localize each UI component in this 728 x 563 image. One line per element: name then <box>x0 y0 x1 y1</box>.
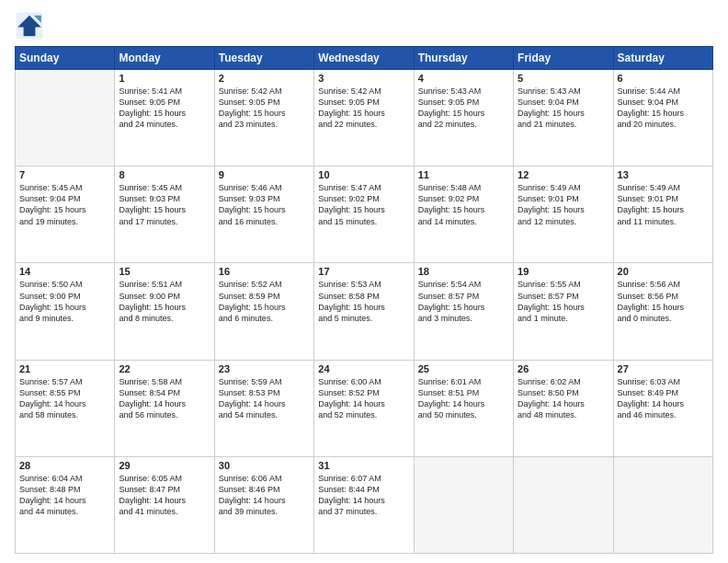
calendar-cell: 7Sunrise: 5:45 AM Sunset: 9:04 PM Daylig… <box>16 167 115 263</box>
calendar-week-row: 1Sunrise: 5:41 AM Sunset: 9:05 PM Daylig… <box>16 70 713 167</box>
day-number: 14 <box>19 266 110 277</box>
calendar-cell <box>514 456 613 553</box>
calendar-cell: 11Sunrise: 5:48 AM Sunset: 9:02 PM Dayli… <box>414 167 513 263</box>
calendar-cell: 8Sunrise: 5:45 AM Sunset: 9:03 PM Daylig… <box>115 167 214 263</box>
day-number: 18 <box>418 266 509 277</box>
calendar-cell: 1Sunrise: 5:41 AM Sunset: 9:05 PM Daylig… <box>115 70 214 167</box>
day-number: 5 <box>518 73 609 84</box>
calendar-table: SundayMondayTuesdayWednesdayThursdayFrid… <box>15 46 713 554</box>
calendar-cell: 24Sunrise: 6:00 AM Sunset: 8:52 PM Dayli… <box>314 360 414 456</box>
calendar-cell: 4Sunrise: 5:43 AM Sunset: 9:05 PM Daylig… <box>414 70 513 167</box>
weekday-header: Sunday <box>16 47 115 70</box>
calendar-cell: 31Sunrise: 6:07 AM Sunset: 8:44 PM Dayli… <box>314 456 414 553</box>
calendar-cell: 17Sunrise: 5:53 AM Sunset: 8:58 PM Dayli… <box>314 263 414 360</box>
day-number: 2 <box>219 73 310 84</box>
calendar-week-row: 7Sunrise: 5:45 AM Sunset: 9:04 PM Daylig… <box>16 167 713 263</box>
cell-info: Sunrise: 6:01 AM Sunset: 8:51 PM Dayligh… <box>418 376 509 421</box>
calendar-cell: 29Sunrise: 6:05 AM Sunset: 8:47 PM Dayli… <box>115 456 214 553</box>
calendar-cell: 15Sunrise: 5:51 AM Sunset: 9:00 PM Dayli… <box>115 263 214 360</box>
day-number: 29 <box>119 460 210 471</box>
weekday-header: Saturday <box>613 47 712 70</box>
header <box>15 11 713 40</box>
calendar-cell: 6Sunrise: 5:44 AM Sunset: 9:04 PM Daylig… <box>613 70 712 167</box>
day-number: 28 <box>19 460 110 471</box>
calendar-header-row: SundayMondayTuesdayWednesdayThursdayFrid… <box>16 47 713 70</box>
calendar-cell: 21Sunrise: 5:57 AM Sunset: 8:55 PM Dayli… <box>16 360 115 456</box>
cell-info: Sunrise: 5:41 AM Sunset: 9:05 PM Dayligh… <box>119 86 210 131</box>
day-number: 27 <box>618 363 709 374</box>
calendar-cell: 25Sunrise: 6:01 AM Sunset: 8:51 PM Dayli… <box>414 360 513 456</box>
cell-info: Sunrise: 5:46 AM Sunset: 9:03 PM Dayligh… <box>219 182 310 227</box>
day-number: 9 <box>219 169 310 180</box>
calendar-cell: 13Sunrise: 5:49 AM Sunset: 9:01 PM Dayli… <box>613 167 712 263</box>
day-number: 16 <box>219 266 310 277</box>
cell-info: Sunrise: 5:42 AM Sunset: 9:05 PM Dayligh… <box>318 86 409 131</box>
calendar-week-row: 21Sunrise: 5:57 AM Sunset: 8:55 PM Dayli… <box>16 360 713 456</box>
day-number: 20 <box>618 266 709 277</box>
cell-info: Sunrise: 6:04 AM Sunset: 8:48 PM Dayligh… <box>19 473 110 518</box>
cell-info: Sunrise: 5:43 AM Sunset: 9:05 PM Dayligh… <box>418 86 509 131</box>
calendar-cell: 26Sunrise: 6:02 AM Sunset: 8:50 PM Dayli… <box>514 360 613 456</box>
calendar-week-row: 14Sunrise: 5:50 AM Sunset: 9:00 PM Dayli… <box>16 263 713 360</box>
day-number: 13 <box>618 169 709 180</box>
calendar-cell: 14Sunrise: 5:50 AM Sunset: 9:00 PM Dayli… <box>16 263 115 360</box>
day-number: 17 <box>318 266 409 277</box>
cell-info: Sunrise: 6:06 AM Sunset: 8:46 PM Dayligh… <box>219 473 310 518</box>
day-number: 3 <box>318 73 409 84</box>
calendar-week-row: 28Sunrise: 6:04 AM Sunset: 8:48 PM Dayli… <box>16 456 713 553</box>
cell-info: Sunrise: 5:55 AM Sunset: 8:57 PM Dayligh… <box>518 279 609 324</box>
calendar-cell: 22Sunrise: 5:58 AM Sunset: 8:54 PM Dayli… <box>115 360 214 456</box>
weekday-header: Friday <box>514 47 613 70</box>
cell-info: Sunrise: 5:43 AM Sunset: 9:04 PM Dayligh… <box>518 86 609 131</box>
weekday-header: Thursday <box>414 47 513 70</box>
cell-info: Sunrise: 5:52 AM Sunset: 8:59 PM Dayligh… <box>219 279 310 324</box>
cell-info: Sunrise: 6:07 AM Sunset: 8:44 PM Dayligh… <box>318 473 409 518</box>
day-number: 7 <box>19 169 110 180</box>
calendar-cell: 30Sunrise: 6:06 AM Sunset: 8:46 PM Dayli… <box>214 456 313 553</box>
cell-info: Sunrise: 6:03 AM Sunset: 8:49 PM Dayligh… <box>618 376 709 421</box>
cell-info: Sunrise: 5:45 AM Sunset: 9:03 PM Dayligh… <box>119 182 210 227</box>
calendar-cell: 19Sunrise: 5:55 AM Sunset: 8:57 PM Dayli… <box>514 263 613 360</box>
day-number: 24 <box>318 363 409 374</box>
calendar-cell: 27Sunrise: 6:03 AM Sunset: 8:49 PM Dayli… <box>613 360 712 456</box>
calendar-cell <box>414 456 513 553</box>
cell-info: Sunrise: 6:05 AM Sunset: 8:47 PM Dayligh… <box>119 473 210 518</box>
calendar-cell: 20Sunrise: 5:56 AM Sunset: 8:56 PM Dayli… <box>613 263 712 360</box>
day-number: 6 <box>618 73 709 84</box>
cell-info: Sunrise: 5:50 AM Sunset: 9:00 PM Dayligh… <box>19 279 110 324</box>
cell-info: Sunrise: 5:48 AM Sunset: 9:02 PM Dayligh… <box>418 182 509 227</box>
logo-icon <box>15 11 44 40</box>
calendar-cell: 28Sunrise: 6:04 AM Sunset: 8:48 PM Dayli… <box>16 456 115 553</box>
day-number: 26 <box>518 363 609 374</box>
day-number: 8 <box>119 169 210 180</box>
day-number: 12 <box>518 169 609 180</box>
day-number: 19 <box>518 266 609 277</box>
calendar-cell <box>16 70 115 167</box>
weekday-header: Monday <box>115 47 214 70</box>
day-number: 31 <box>318 460 409 471</box>
calendar-cell: 10Sunrise: 5:47 AM Sunset: 9:02 PM Dayli… <box>314 167 414 263</box>
cell-info: Sunrise: 5:56 AM Sunset: 8:56 PM Dayligh… <box>618 279 709 324</box>
calendar-cell <box>613 456 712 553</box>
calendar-cell: 9Sunrise: 5:46 AM Sunset: 9:03 PM Daylig… <box>214 167 313 263</box>
cell-info: Sunrise: 5:42 AM Sunset: 9:05 PM Dayligh… <box>219 86 310 131</box>
day-number: 11 <box>418 169 509 180</box>
page: SundayMondayTuesdayWednesdayThursdayFrid… <box>0 0 728 563</box>
cell-info: Sunrise: 6:02 AM Sunset: 8:50 PM Dayligh… <box>518 376 609 421</box>
day-number: 15 <box>119 266 210 277</box>
cell-info: Sunrise: 5:58 AM Sunset: 8:54 PM Dayligh… <box>119 376 210 421</box>
cell-info: Sunrise: 5:49 AM Sunset: 9:01 PM Dayligh… <box>618 182 709 227</box>
cell-info: Sunrise: 5:47 AM Sunset: 9:02 PM Dayligh… <box>318 182 409 227</box>
calendar-cell: 12Sunrise: 5:49 AM Sunset: 9:01 PM Dayli… <box>514 167 613 263</box>
cell-info: Sunrise: 5:59 AM Sunset: 8:53 PM Dayligh… <box>219 376 310 421</box>
cell-info: Sunrise: 5:53 AM Sunset: 8:58 PM Dayligh… <box>318 279 409 324</box>
weekday-header: Wednesday <box>314 47 414 70</box>
day-number: 23 <box>219 363 310 374</box>
logo <box>15 11 48 40</box>
cell-info: Sunrise: 5:51 AM Sunset: 9:00 PM Dayligh… <box>119 279 210 324</box>
day-number: 25 <box>418 363 509 374</box>
cell-info: Sunrise: 6:00 AM Sunset: 8:52 PM Dayligh… <box>318 376 409 421</box>
cell-info: Sunrise: 5:54 AM Sunset: 8:57 PM Dayligh… <box>418 279 509 324</box>
cell-info: Sunrise: 5:49 AM Sunset: 9:01 PM Dayligh… <box>518 182 609 227</box>
day-number: 4 <box>418 73 509 84</box>
